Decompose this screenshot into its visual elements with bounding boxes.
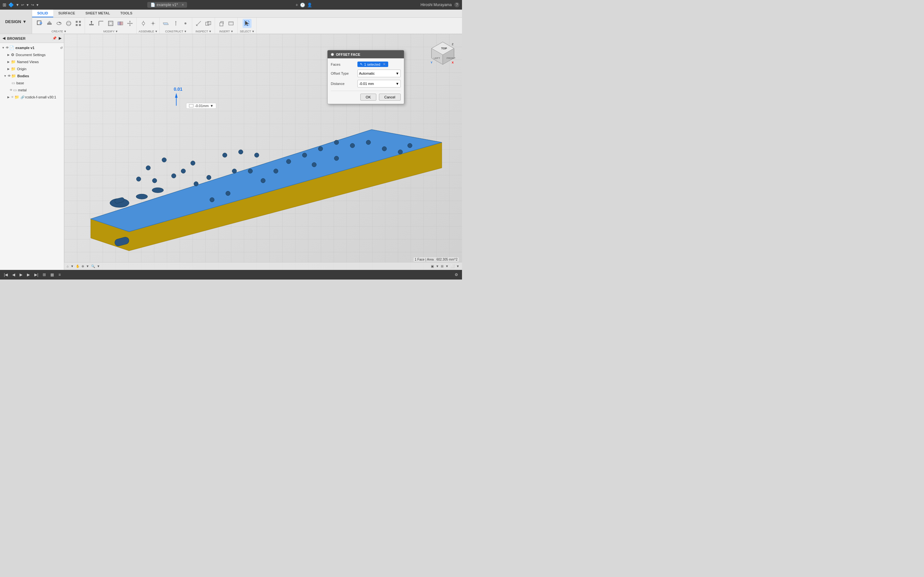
modify-arrow-icon[interactable]: ▼ bbox=[115, 30, 118, 33]
zoom-fit-icon[interactable]: ⊕ bbox=[81, 264, 84, 268]
prev-btn[interactable]: ◀ bbox=[11, 272, 16, 277]
assemble-arrow-icon[interactable]: ▼ bbox=[155, 30, 158, 33]
rcstick-eye-icon[interactable]: 👁 bbox=[11, 95, 14, 99]
select-arrow-icon[interactable]: ▼ bbox=[252, 30, 254, 33]
inline-dropdown-icon[interactable]: ▼ bbox=[210, 104, 213, 108]
canvas-icon[interactable] bbox=[226, 19, 236, 28]
zoom-in-icon[interactable]: 🔍 bbox=[91, 264, 95, 268]
play-btn[interactable]: ▶ bbox=[18, 272, 24, 277]
menu-file[interactable]: ▼ bbox=[16, 3, 19, 7]
point-construct-icon[interactable] bbox=[181, 19, 190, 28]
press-pull-icon[interactable] bbox=[87, 19, 96, 28]
extrude-icon[interactable] bbox=[45, 19, 54, 28]
ok-button[interactable]: OK bbox=[360, 93, 376, 101]
menu-redo[interactable]: ↪ bbox=[31, 3, 34, 7]
timeline-view1-icon[interactable]: ⊞ bbox=[41, 272, 47, 277]
home-view-icon[interactable]: ⌂ bbox=[67, 264, 69, 268]
browser-expand-icon[interactable]: ◀ bbox=[3, 36, 5, 40]
history-icon[interactable]: 🕐 bbox=[300, 3, 305, 7]
tree-rcstick[interactable]: ▶ 👁 📁 🔗 rcstick-f-small v30:1 bbox=[0, 93, 64, 101]
interference-icon[interactable] bbox=[204, 19, 213, 28]
named-views-expand-icon[interactable]: ▶ bbox=[6, 60, 10, 63]
skip-forward-btn[interactable]: ▶| bbox=[33, 272, 39, 277]
tree-root[interactable]: ▼ 👁 📄 example v1 ↺ bbox=[0, 44, 64, 51]
tab-example[interactable]: 📄 example v1* × bbox=[147, 2, 187, 8]
faces-clear-btn[interactable]: ✕ bbox=[383, 62, 386, 66]
inspect-arrow-icon[interactable]: ▼ bbox=[209, 30, 212, 33]
tree-origin[interactable]: ▶ 📁 Origin bbox=[0, 65, 64, 73]
settings-icon[interactable]: ⚙ bbox=[453, 272, 459, 277]
timeline-view2-icon[interactable]: ▦ bbox=[49, 272, 55, 277]
fillet-icon[interactable] bbox=[97, 19, 105, 28]
zoom-dropdown-icon[interactable]: ▼ bbox=[86, 264, 89, 268]
tree-bodies[interactable]: ▼ 👁 📁 Bodies bbox=[0, 73, 64, 79]
insert-arrow-icon[interactable]: ▼ bbox=[230, 30, 233, 33]
joint-icon[interactable] bbox=[139, 19, 148, 28]
new-body-icon[interactable] bbox=[35, 19, 44, 28]
root-eye-icon[interactable]: 👁 bbox=[6, 46, 9, 49]
axis-cube[interactable]: TOP LEFT FRONT X Y Z bbox=[430, 40, 456, 66]
bodies-expand-icon[interactable]: ▼ bbox=[3, 74, 7, 77]
skip-back-btn[interactable]: |◀ bbox=[3, 272, 9, 277]
combine-icon[interactable] bbox=[116, 19, 125, 28]
doc-settings-expand-icon[interactable]: ▶ bbox=[6, 53, 10, 56]
display-mode-icon[interactable]: ▣ bbox=[431, 264, 434, 268]
root-expand-icon[interactable]: ▼ bbox=[1, 46, 5, 49]
tab-tools[interactable]: TOOLS bbox=[115, 10, 137, 17]
offset-type-select[interactable]: Automatic ▼ bbox=[357, 69, 401, 77]
display-dropdown-icon[interactable]: ▼ bbox=[436, 264, 439, 268]
construct-arrow-icon[interactable]: ▼ bbox=[184, 30, 187, 33]
next-btn[interactable]: ▶ bbox=[26, 272, 31, 277]
app-menu-icon[interactable]: ⊞ bbox=[3, 2, 6, 7]
revolve-icon[interactable] bbox=[55, 19, 63, 28]
design-dropdown[interactable]: DESIGN ▼ bbox=[0, 10, 32, 34]
pan-icon[interactable]: ✋ bbox=[76, 264, 79, 268]
axis-construct-icon[interactable] bbox=[171, 19, 180, 28]
select-tool-icon[interactable] bbox=[242, 19, 252, 28]
tab-surface[interactable]: SURFACE bbox=[53, 10, 81, 17]
tab-close-btn[interactable]: × bbox=[182, 3, 184, 7]
view-cube-icon[interactable]: ⬜ bbox=[451, 264, 454, 268]
help-btn[interactable]: ? bbox=[454, 2, 459, 7]
add-tab-btn[interactable]: + bbox=[296, 2, 298, 7]
tab-sheet-metal[interactable]: SHEET METAL bbox=[80, 10, 115, 17]
origin-expand-icon[interactable]: ▶ bbox=[6, 67, 10, 71]
browser-expand2-icon[interactable]: ▶ bbox=[59, 36, 61, 40]
tree-doc-settings[interactable]: ▶ ⚙ Document Settings bbox=[0, 51, 64, 58]
tree-metal[interactable]: 👁 ▭ metal bbox=[0, 87, 64, 93]
view-dropdown-icon[interactable]: ▼ bbox=[456, 264, 459, 268]
grid-icon[interactable]: ⊞ bbox=[441, 264, 443, 268]
inline-distance-label[interactable]: -0.01mm ▼ bbox=[186, 103, 216, 109]
insert-derive-icon[interactable] bbox=[217, 19, 226, 28]
nav-arrow-icon[interactable]: ▼ bbox=[71, 264, 74, 268]
distance-select[interactable]: -0.01 mm ▼ bbox=[357, 80, 401, 87]
shell-icon[interactable] bbox=[106, 19, 115, 28]
base-body-icon: ▭ bbox=[11, 81, 15, 85]
menu-undo-arrow[interactable]: ▼ bbox=[26, 3, 29, 7]
tree-named-views[interactable]: ▶ 📁 Named Views bbox=[0, 58, 64, 65]
viewport[interactable]: 0.01 TOP LEFT FRONT X Y Z bbox=[64, 34, 462, 270]
offset-plane-icon[interactable] bbox=[162, 19, 171, 28]
timeline-view3-icon[interactable]: ≡ bbox=[57, 272, 62, 277]
grid-dropdown-icon[interactable]: ▼ bbox=[445, 264, 449, 268]
sphere-icon[interactable] bbox=[64, 19, 73, 28]
menu-undo[interactable]: ↩ bbox=[21, 3, 24, 7]
account-icon[interactable]: 👤 bbox=[307, 3, 312, 7]
browser-pin-icon[interactable]: 📌 bbox=[52, 36, 57, 40]
zoom-dropdown2-icon[interactable]: ▼ bbox=[97, 264, 100, 268]
tree-base[interactable]: ▭ base bbox=[0, 79, 64, 87]
pattern-icon[interactable] bbox=[74, 19, 83, 28]
tab-solid[interactable]: SOLID bbox=[32, 10, 53, 17]
measure-icon[interactable] bbox=[194, 19, 203, 28]
faces-selected-badge[interactable]: ↖ 1 selected ✕ bbox=[357, 61, 388, 67]
svg-point-76 bbox=[398, 150, 403, 154]
menu-redo-arrow[interactable]: ▼ bbox=[36, 3, 39, 7]
move-icon[interactable] bbox=[126, 19, 134, 28]
rcstick-expand-icon[interactable]: ▶ bbox=[6, 95, 10, 99]
root-refresh-icon[interactable]: ↺ bbox=[60, 46, 63, 50]
metal-eye-icon[interactable]: 👁 bbox=[10, 89, 13, 92]
cancel-button[interactable]: Cancel bbox=[379, 93, 401, 101]
bodies-eye-icon[interactable]: 👁 bbox=[8, 74, 11, 77]
joint-origin-icon[interactable] bbox=[149, 19, 158, 28]
create-arrow-icon[interactable]: ▼ bbox=[63, 30, 66, 33]
